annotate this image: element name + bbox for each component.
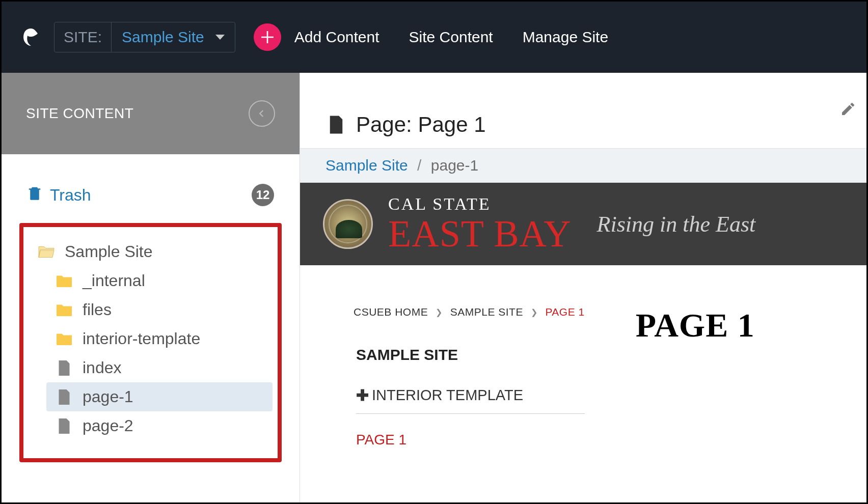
folder-icon xyxy=(54,301,74,319)
preview-crumb-site[interactable]: SAMPLE SITE xyxy=(450,306,523,318)
content: Page: Page 1 Sample Site / page-1 CAL ST… xyxy=(300,73,866,502)
plus-icon: ✚ xyxy=(356,386,369,404)
page-icon xyxy=(54,359,74,377)
banner-main-text: EAST BAY xyxy=(388,215,572,253)
breadcrumb-sep: / xyxy=(417,157,421,174)
sidebar: SITE CONTENT Trash 12 Sample Site xyxy=(2,73,300,502)
preview-crumb-home[interactable]: CSUEB HOME xyxy=(354,306,428,318)
site-selector-label: SITE: xyxy=(55,22,112,52)
chevron-left-icon xyxy=(257,109,266,118)
trash-label: Trash xyxy=(50,186,252,205)
tree-item-page-1[interactable]: page-1 xyxy=(46,382,273,411)
breadcrumb-parent[interactable]: Sample Site xyxy=(326,157,408,174)
tree-item-interior-template[interactable]: interior-template xyxy=(46,324,273,353)
banner-tagline: Rising in the East xyxy=(597,211,756,237)
trash-count-badge: 12 xyxy=(252,184,274,206)
folder-icon xyxy=(54,330,74,348)
trash-icon xyxy=(27,184,42,206)
preview-page-link[interactable]: PAGE 1 xyxy=(356,432,585,448)
edit-pencil-icon[interactable] xyxy=(840,101,856,119)
university-seal-icon xyxy=(323,199,373,249)
tree-item-label: interior-template xyxy=(83,329,200,348)
page-title: Page: Page 1 xyxy=(356,113,486,137)
chevron-right-icon: ❯ xyxy=(436,307,443,317)
template-label: INTERIOR TEMPLATE xyxy=(372,387,523,404)
folder-open-icon xyxy=(36,243,57,261)
trash-item[interactable]: Trash 12 xyxy=(19,180,282,210)
banner-top-text: CAL STATE xyxy=(388,195,572,213)
preview-page-heading: PAGE 1 xyxy=(636,306,755,345)
nav-manage-site[interactable]: Manage Site xyxy=(523,29,608,46)
page-icon xyxy=(326,114,347,135)
preview-breadcrumb: CSUEB HOME ❯ SAMPLE SITE ❯ PAGE 1 xyxy=(354,306,585,318)
content-spacer xyxy=(300,73,866,103)
topbar: SITE: Sample Site Add Content Site Conte… xyxy=(2,2,866,73)
tree-item-label: page-2 xyxy=(83,416,133,435)
add-content-plus-icon[interactable] xyxy=(254,23,281,51)
page-header: Page: Page 1 xyxy=(300,103,866,148)
preview-main: PAGE 1 xyxy=(636,306,755,448)
nav-add-content[interactable]: Add Content xyxy=(294,29,379,46)
folder-icon xyxy=(54,272,74,290)
tree-item-label: Sample Site xyxy=(65,242,153,261)
tree-item-label: _internal xyxy=(83,271,145,290)
app-logo-icon[interactable] xyxy=(17,23,45,51)
tree-item-page-2[interactable]: page-2 xyxy=(46,411,273,440)
tree-highlight-box: Sample Site _internal files interior-tem… xyxy=(19,223,282,462)
banner-text: CAL STATE EAST BAY xyxy=(388,195,572,253)
breadcrumb-current: page-1 xyxy=(431,157,478,174)
nav-site-content[interactable]: Site Content xyxy=(409,29,493,46)
preview-site-name: SAMPLE SITE xyxy=(356,346,585,363)
preview-crumb-current: PAGE 1 xyxy=(545,306,584,318)
preview-body: CSUEB HOME ❯ SAMPLE SITE ❯ PAGE 1 SAMPLE… xyxy=(300,265,866,448)
template-expander[interactable]: ✚ INTERIOR TEMPLATE xyxy=(356,386,585,414)
preview-sidebar: CSUEB HOME ❯ SAMPLE SITE ❯ PAGE 1 SAMPLE… xyxy=(356,306,585,448)
page-icon xyxy=(54,417,74,435)
site-selector-value[interactable]: Sample Site xyxy=(112,22,235,52)
tree-item-label: index xyxy=(83,358,122,377)
chevron-right-icon: ❯ xyxy=(531,307,538,317)
tree-item-label: files xyxy=(83,300,112,319)
page-icon xyxy=(54,388,74,406)
tree-item-files[interactable]: files xyxy=(46,295,273,324)
tree-root[interactable]: Sample Site xyxy=(29,237,273,266)
tree-item-label: page-1 xyxy=(83,387,133,406)
tree-item-internal[interactable]: _internal xyxy=(46,266,273,295)
main: SITE CONTENT Trash 12 Sample Site xyxy=(2,73,866,502)
site-selector[interactable]: SITE: Sample Site xyxy=(54,22,235,52)
tree-item-index[interactable]: index xyxy=(46,353,273,382)
collapse-sidebar-button[interactable] xyxy=(249,100,275,127)
site-banner: CAL STATE EAST BAY Rising in the East xyxy=(300,183,866,265)
sidebar-title: SITE CONTENT xyxy=(26,105,133,122)
sidebar-header: SITE CONTENT xyxy=(2,73,300,154)
tree: Trash 12 Sample Site _internal files xyxy=(2,154,300,462)
breadcrumb: Sample Site / page-1 xyxy=(300,148,866,183)
